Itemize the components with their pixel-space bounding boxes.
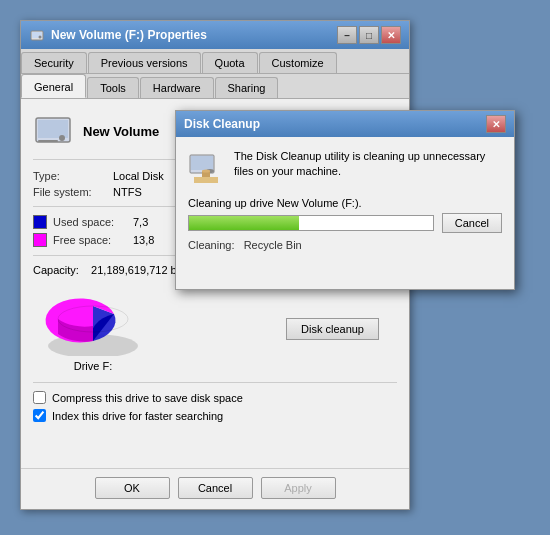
apply-button[interactable]: Apply [261, 477, 336, 499]
type-value: Local Disk [113, 170, 164, 182]
cleaning-prefix: Cleaning: [188, 239, 234, 251]
progress-bar-fill [189, 216, 299, 230]
tabs-row-2: General Tools Hardware Sharing [21, 74, 409, 99]
pie-chart-container: Drive F: [33, 286, 153, 372]
window-controls: – □ ✕ [337, 26, 401, 44]
cleanup-window-controls: ✕ [486, 115, 506, 133]
disk-cleanup-button[interactable]: Disk cleanup [286, 318, 379, 340]
free-value: 13,8 [133, 234, 154, 246]
index-label: Index this drive for faster searching [52, 410, 223, 422]
fs-value: NTFS [113, 186, 142, 198]
used-value: 7,3 [133, 216, 148, 228]
cleanup-close-button[interactable]: ✕ [486, 115, 506, 133]
fs-label: File system: [33, 186, 113, 198]
svg-rect-10 [191, 156, 213, 170]
cleaning-item: Recycle Bin [244, 239, 302, 251]
used-label: Used space: [53, 216, 133, 228]
compress-checkbox-row: Compress this drive to save disk space [33, 391, 397, 404]
bottom-buttons: OK Cancel Apply [21, 468, 409, 499]
cleanup-message: The Disk Cleanup utility is cleaning up … [234, 149, 502, 180]
tab-hardware[interactable]: Hardware [140, 77, 214, 98]
tab-security[interactable]: Security [21, 52, 87, 73]
compress-label: Compress this drive to save disk space [52, 392, 243, 404]
svg-rect-6 [38, 140, 58, 142]
cleanup-drive-icon [188, 149, 224, 185]
cleanup-cancel-button[interactable]: Cancel [442, 213, 502, 233]
chart-area: Drive F: Disk cleanup [33, 286, 397, 372]
cleanup-header: The Disk Cleanup utility is cleaning up … [188, 149, 502, 185]
main-window-title: New Volume (F:) Properties [51, 28, 207, 42]
cleaning-status: Cleaning: Recycle Bin [188, 239, 502, 251]
cleanup-title-bar: Disk Cleanup ✕ [176, 111, 514, 137]
svg-point-5 [59, 135, 65, 141]
free-label: Free space: [53, 234, 133, 246]
maximize-button[interactable]: □ [359, 26, 379, 44]
tab-tools[interactable]: Tools [87, 77, 139, 98]
cleanup-dialog-content: The Disk Cleanup utility is cleaning up … [176, 137, 514, 263]
index-checkbox[interactable] [33, 409, 46, 422]
tab-general[interactable]: General [21, 74, 86, 98]
index-checkbox-row: Index this drive for faster searching [33, 409, 397, 422]
divider-3 [33, 382, 397, 383]
drive-large-icon [33, 111, 73, 151]
free-color-box [33, 233, 47, 247]
pie-chart [33, 286, 153, 356]
cleanup-dialog-title: Disk Cleanup [184, 117, 260, 131]
tab-customize[interactable]: Customize [259, 52, 337, 73]
drive-label: Drive F: [74, 360, 113, 372]
minimize-button[interactable]: – [337, 26, 357, 44]
svg-rect-4 [38, 120, 68, 138]
disk-cleanup-section: Disk cleanup [286, 318, 389, 340]
compress-checkbox[interactable] [33, 391, 46, 404]
type-label: Type: [33, 170, 113, 182]
progress-bar [188, 215, 434, 231]
capacity-label: Capacity: [33, 264, 79, 276]
tab-quota[interactable]: Quota [202, 52, 258, 73]
used-color-box [33, 215, 47, 229]
tabs-row-1: Security Previous versions Quota Customi… [21, 49, 409, 74]
drive-icon [29, 27, 45, 43]
svg-point-2 [39, 36, 42, 39]
cancel-button[interactable]: Cancel [178, 477, 253, 499]
progress-label: Cleaning up drive New Volume (F:). [188, 197, 502, 209]
drive-name-label: New Volume [83, 124, 159, 139]
close-button[interactable]: ✕ [381, 26, 401, 44]
svg-point-13 [202, 170, 210, 173]
tab-sharing[interactable]: Sharing [215, 77, 279, 98]
main-title-bar: New Volume (F:) Properties – □ ✕ [21, 21, 409, 49]
disk-cleanup-dialog: Disk Cleanup ✕ The Disk Cleanup utility … [175, 110, 515, 290]
tab-previous-versions[interactable]: Previous versions [88, 52, 201, 73]
progress-row: Cancel [188, 213, 502, 233]
ok-button[interactable]: OK [95, 477, 170, 499]
